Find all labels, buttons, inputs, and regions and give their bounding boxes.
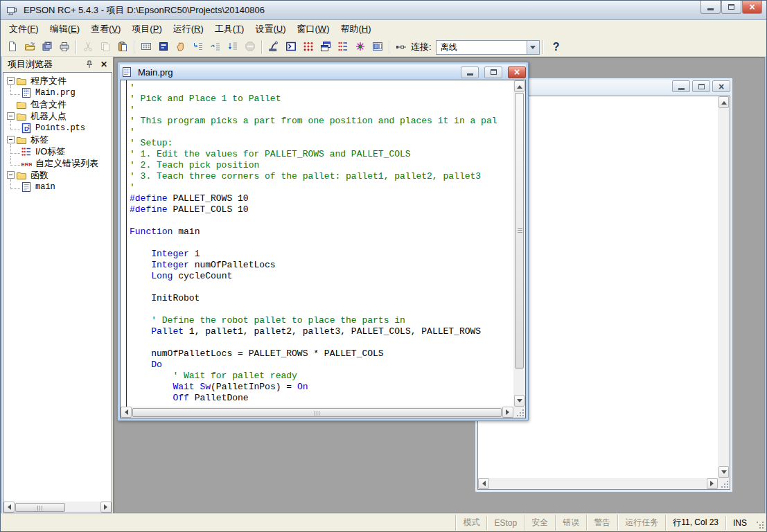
scroll-left-icon[interactable] bbox=[478, 478, 489, 489]
close-button[interactable]: × bbox=[712, 80, 730, 92]
tree-item-labels[interactable]: 标签 bbox=[4, 134, 111, 145]
expander-minus-icon[interactable] bbox=[7, 171, 15, 179]
tree-item-func-main[interactable]: main bbox=[4, 181, 111, 193]
code-editor[interactable]: '' Pick and Place 1 to Pallet'' This pro… bbox=[121, 80, 513, 407]
run-window-button[interactable] bbox=[137, 39, 155, 55]
cut-icon bbox=[82, 41, 94, 54]
tree-item-robot-points[interactable]: 机器人点 bbox=[4, 110, 111, 122]
scroll-up-icon[interactable] bbox=[514, 80, 524, 92]
scroll-left-icon[interactable] bbox=[3, 502, 15, 513]
restore-button[interactable] bbox=[692, 80, 710, 92]
folder-icon bbox=[16, 99, 27, 110]
expander-minus-icon[interactable] bbox=[7, 77, 15, 85]
command-window-button[interactable] bbox=[282, 39, 299, 55]
minimize-button[interactable] bbox=[672, 80, 690, 92]
horizontal-scrollbar[interactable] bbox=[478, 478, 718, 489]
io-label-editor-button[interactable] bbox=[334, 39, 351, 55]
menu-run[interactable]: 运行(R) bbox=[168, 20, 209, 38]
walk-button[interactable] bbox=[224, 39, 241, 55]
scrollbar-thumb[interactable] bbox=[132, 408, 502, 417]
code-line: ' bbox=[130, 127, 513, 138]
close-button[interactable]: × bbox=[508, 66, 526, 78]
connect-label: 连接: bbox=[409, 41, 436, 53]
scroll-left-icon[interactable] bbox=[121, 407, 132, 418]
code-editor-window[interactable]: Main.prg × '' Pick and Place 1 to Pallet… bbox=[117, 62, 529, 421]
menu-help[interactable]: 帮助(H) bbox=[335, 20, 376, 38]
scroll-up-icon[interactable] bbox=[718, 96, 729, 108]
tree-item-include-files[interactable]: 包含文件 bbox=[4, 98, 111, 110]
horizontal-scrollbar[interactable] bbox=[121, 407, 513, 418]
prg-file-icon bbox=[121, 66, 132, 78]
resize-grip[interactable] bbox=[756, 521, 764, 529]
stop-button bbox=[241, 39, 258, 55]
code-line: Do bbox=[130, 360, 513, 371]
scroll-down-icon[interactable] bbox=[514, 395, 524, 407]
code-line bbox=[130, 282, 513, 293]
tree-item-label: 机器人点 bbox=[29, 110, 68, 123]
code-text[interactable]: '' Pick and Place 1 to Pallet'' This pro… bbox=[130, 82, 513, 404]
connection-combobox[interactable]: 离线 bbox=[436, 40, 540, 55]
menu-window[interactable]: 窗口(W) bbox=[292, 20, 335, 38]
menu-view[interactable]: 查看(V) bbox=[85, 20, 126, 38]
scrollbar-thumb[interactable] bbox=[515, 93, 524, 369]
robot-manager-button[interactable] bbox=[265, 39, 282, 55]
simulator-button[interactable] bbox=[369, 39, 386, 55]
vertical-scrollbar[interactable] bbox=[718, 96, 730, 478]
project-tree-box: 程序文件Main.prg包含文件机器人点DPoints.pts标签I/O标签ER… bbox=[3, 72, 112, 513]
scroll-right-icon[interactable] bbox=[502, 407, 513, 418]
tree-item-io-labels[interactable]: I/O标签 bbox=[4, 145, 111, 157]
maintenance-button[interactable] bbox=[351, 39, 369, 55]
vertical-scrollbar[interactable] bbox=[513, 80, 525, 407]
menu-setup[interactable]: 设置(U) bbox=[249, 20, 291, 38]
minimize-button[interactable] bbox=[461, 66, 479, 78]
title-bar[interactable]: EPSON RC+ 5.4.3 - 项目 D:\EpsonRC50\Projec… bbox=[1, 1, 766, 20]
close-button[interactable]: × bbox=[742, 1, 762, 14]
scrollbar-thumb[interactable] bbox=[15, 503, 65, 512]
expander-minus-icon[interactable] bbox=[7, 136, 15, 143]
code-line: ' Pick and Place 1 to Pallet bbox=[130, 94, 513, 105]
operator-window-button[interactable] bbox=[155, 39, 172, 55]
code-line: ' Define the robot pallet to place the p… bbox=[130, 315, 513, 326]
tree-item-label: Points.pts bbox=[34, 123, 87, 133]
menu-file[interactable]: 文件(F) bbox=[3, 20, 44, 38]
restore-button[interactable] bbox=[484, 66, 502, 78]
project-tree: 程序文件Main.prg包含文件机器人点DPoints.pts标签I/O标签ER… bbox=[3, 73, 112, 502]
print-button[interactable] bbox=[55, 39, 73, 55]
resize-grip[interactable] bbox=[516, 409, 524, 417]
step-into-button[interactable] bbox=[189, 39, 206, 55]
help-button[interactable]: ? bbox=[546, 41, 567, 53]
pin-icon[interactable] bbox=[84, 59, 95, 70]
project-explorer-panel: 项目浏览器 ✕ 程序文件Main.prg包含文件机器人点DPoints.pts标… bbox=[2, 57, 113, 513]
pause-button[interactable] bbox=[172, 39, 189, 55]
io-monitor-button[interactable] bbox=[299, 39, 317, 55]
resize-grip[interactable] bbox=[721, 480, 729, 488]
menu-edit[interactable]: 编辑(E) bbox=[44, 20, 85, 38]
menu-tools[interactable]: 工具(T) bbox=[209, 20, 250, 38]
scroll-down-icon[interactable] bbox=[718, 466, 729, 478]
tree-item-user-errors[interactable]: ERR自定义错误列表 bbox=[4, 157, 111, 169]
workspace: 项目浏览器 ✕ 程序文件Main.prg包含文件机器人点DPoints.pts标… bbox=[1, 57, 766, 513]
combobox-dropdown-button[interactable] bbox=[527, 41, 539, 54]
panel-close-icon[interactable]: ✕ bbox=[98, 59, 109, 70]
scroll-right-icon[interactable] bbox=[707, 478, 718, 489]
code-line: Pallet 1, pallet1, pallet2, pallet3, PAL… bbox=[130, 326, 513, 337]
tree-item-functions[interactable]: 函数 bbox=[4, 169, 111, 181]
paste-button[interactable] bbox=[114, 39, 131, 55]
explorer-horizontal-scrollbar[interactable] bbox=[3, 502, 112, 513]
task-manager-button[interactable] bbox=[317, 39, 334, 55]
tree-item-program-files[interactable]: 程序文件 bbox=[4, 75, 111, 87]
minimize-button[interactable] bbox=[700, 1, 721, 14]
tree-item-main-prg[interactable]: Main.prg bbox=[4, 87, 111, 98]
code-window-titlebar[interactable]: Main.prg × bbox=[120, 64, 526, 80]
step-over-button[interactable] bbox=[206, 39, 224, 55]
restore-button[interactable] bbox=[721, 1, 741, 14]
tree-item-label: I/O标签 bbox=[34, 145, 67, 158]
open-file-button[interactable] bbox=[21, 39, 38, 55]
save-all-button[interactable] bbox=[38, 39, 55, 55]
scroll-right-icon[interactable] bbox=[100, 502, 112, 513]
tree-item-points-pts[interactable]: DPoints.pts bbox=[4, 122, 111, 134]
toolbar-separator bbox=[134, 40, 134, 54]
expander-minus-icon[interactable] bbox=[7, 112, 15, 120]
menu-project[interactable]: 项目(P) bbox=[126, 20, 167, 38]
new-file-button[interactable] bbox=[3, 39, 21, 55]
